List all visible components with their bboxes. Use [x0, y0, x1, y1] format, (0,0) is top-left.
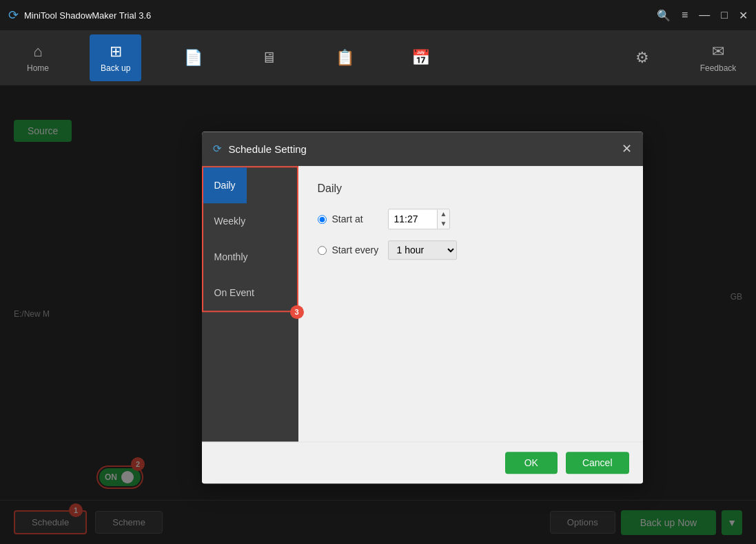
connect-icon: 🖥	[261, 49, 276, 67]
start-at-label: Start at	[332, 213, 363, 224]
nav-tools[interactable]: 📋	[320, 49, 369, 67]
logo-icon: ⟳	[8, 8, 19, 23]
top-navigation: ⌂ Home ⊞ Back up 📄 🖥 📋 📅 ⚙ ✉ Feedback	[0, 30, 756, 85]
title-bar: ⟳ MiniTool ShadowMaker Trial 3.6 🔍 ≡ — □…	[0, 0, 756, 30]
calendar-icon: 📅	[411, 49, 430, 67]
minimize-icon[interactable]: —	[699, 9, 710, 21]
start-every-radio[interactable]	[318, 246, 327, 255]
sidebar-item-monthly[interactable]: Monthly	[203, 239, 259, 275]
start-at-radio-label[interactable]: Start at	[318, 213, 380, 224]
ok-button[interactable]: OK	[505, 452, 558, 474]
sidebar-item-weekly[interactable]: Weekly	[203, 203, 257, 239]
dialog-footer: OK Cancel	[202, 441, 643, 483]
cancel-button[interactable]: Cancel	[566, 452, 629, 474]
time-input[interactable]	[389, 211, 437, 227]
dialog-icon: ⟳	[213, 143, 222, 155]
sidebar-item-daily[interactable]: Daily	[203, 167, 247, 203]
search-icon[interactable]: 🔍	[657, 9, 671, 22]
nav-restore[interactable]: 📄	[169, 49, 217, 67]
menu-icon[interactable]: ≡	[682, 9, 688, 21]
sidebar-items-box: 3 Daily Weekly Monthly On Event	[202, 166, 298, 312]
nav-home-label: Home	[27, 63, 49, 73]
nav-backup[interactable]: ⊞ Back up	[90, 34, 141, 81]
nav-feedback[interactable]: ✉ Feedback	[694, 43, 742, 73]
time-down-button[interactable]: ▼	[438, 219, 450, 229]
settings-icon: ⚙	[635, 49, 649, 67]
time-input-wrapper: ▲ ▼	[388, 209, 451, 229]
restore-nav-icon: 📄	[184, 49, 203, 67]
nav-home[interactable]: ⌂ Home	[14, 43, 62, 73]
schedule-dialog: ⟳ Schedule Setting ✕ 3 Daily Weekly Mont…	[202, 132, 643, 483]
nav-feedback-label: Feedback	[700, 63, 737, 73]
nav-backup-label: Back up	[101, 63, 130, 73]
sidebar-item-on-event[interactable]: On Event	[203, 275, 265, 311]
nav-settings[interactable]: ⚙	[618, 49, 666, 67]
app-title: MiniTool ShadowMaker Trial 3.6	[24, 10, 151, 21]
tools-icon: 📋	[336, 49, 354, 67]
schedule-sidebar: 3 Daily Weekly Monthly On Event	[202, 166, 298, 441]
start-every-row: Start every 1 hour	[318, 240, 624, 260]
nav-connect[interactable]: 🖥	[245, 49, 293, 67]
start-every-label: Start every	[332, 244, 379, 255]
dialog-body: 3 Daily Weekly Monthly On Event Daily St…	[202, 166, 643, 441]
hour-select[interactable]: 1 hour	[388, 240, 457, 260]
dialog-header: ⟳ Schedule Setting ✕	[202, 132, 643, 166]
badge-3: 3	[290, 305, 304, 319]
start-every-radio-label[interactable]: Start every	[318, 244, 380, 255]
time-up-button[interactable]: ▲	[438, 209, 450, 219]
dialog-close-button[interactable]: ✕	[622, 141, 632, 156]
backup-icon: ⊞	[110, 43, 122, 61]
close-icon[interactable]: ✕	[739, 9, 748, 22]
window-controls: 🔍 ≡ — □ ✕	[657, 9, 748, 22]
start-at-row: Start at ▲ ▼	[318, 209, 624, 229]
dialog-title: Schedule Setting	[229, 143, 307, 155]
schedule-content-panel: Daily Start at ▲ ▼	[298, 166, 643, 441]
home-icon: ⌂	[33, 43, 42, 61]
nav-calendar[interactable]: 📅	[396, 49, 445, 67]
start-at-radio[interactable]	[318, 215, 327, 224]
app-logo: ⟳ MiniTool ShadowMaker Trial 3.6	[8, 8, 151, 23]
main-content: Source GB E:/New M 2 ON 1 Schedule Schem…	[0, 85, 756, 544]
restore-icon[interactable]: □	[721, 9, 728, 21]
content-title: Daily	[318, 182, 624, 195]
time-spinners: ▲ ▼	[437, 209, 450, 229]
feedback-icon: ✉	[712, 43, 724, 61]
